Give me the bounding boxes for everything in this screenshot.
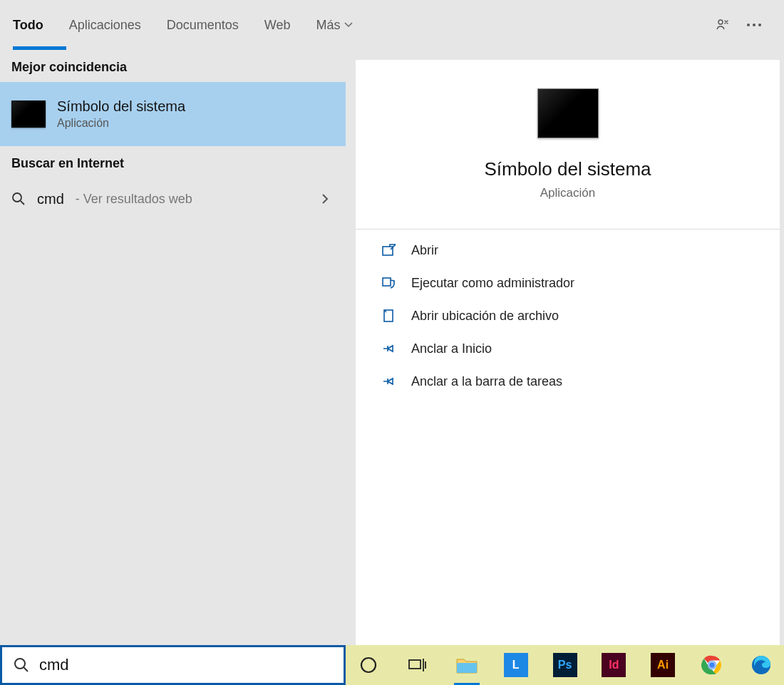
best-match-result[interactable]: Símbolo del sistema Aplicación	[0, 82, 346, 146]
feedback-icon[interactable]	[707, 9, 738, 41]
detail-app-icon	[537, 88, 599, 138]
pin-start-icon	[381, 342, 397, 355]
search-tabs: Todo Aplicaciones Documentos Web Más	[0, 0, 784, 50]
task-view-button[interactable]	[401, 648, 435, 682]
divider	[356, 229, 780, 230]
tab-all-label: Todo	[13, 18, 43, 33]
tab-docs-label: Documentos	[167, 18, 239, 33]
chevron-right-icon	[321, 193, 334, 205]
web-search-result[interactable]: cmd - Ver resultados web	[0, 178, 346, 220]
tab-more-label: Más	[316, 18, 340, 33]
result-subtitle: Aplicación	[57, 117, 185, 130]
search-icon	[11, 192, 26, 206]
svg-point-2	[753, 24, 755, 26]
action-pin-taskbar[interactable]: Anclar a la barra de tareas	[356, 365, 780, 398]
svg-rect-6	[383, 278, 391, 286]
action-pin-start-label: Anclar a Inicio	[411, 341, 492, 356]
app-l-tile: L	[504, 653, 528, 677]
action-pin-start[interactable]: Anclar a Inicio	[356, 332, 780, 365]
tab-apps[interactable]: Aplicaciones	[56, 0, 154, 50]
action-run-admin[interactable]: Ejecutar como administrador	[356, 267, 780, 299]
action-open-label: Abrir	[411, 243, 438, 258]
detail-title: Símbolo del sistema	[484, 158, 651, 180]
detail-subtitle: Aplicación	[540, 186, 596, 200]
web-search-header: Buscar en Internet	[0, 146, 346, 178]
tab-web-label: Web	[264, 18, 291, 33]
indesign-tile: Id	[602, 653, 626, 677]
tab-web[interactable]: Web	[252, 0, 304, 50]
svg-rect-11	[457, 663, 477, 673]
web-result-hint: - Ver resultados web	[76, 192, 192, 207]
best-match-header: Mejor coincidencia	[0, 50, 346, 82]
app-l-button[interactable]: L	[498, 648, 533, 682]
search-icon	[14, 657, 29, 673]
chrome-button[interactable]	[694, 648, 729, 682]
search-input[interactable]	[39, 656, 336, 674]
svg-point-15	[709, 662, 715, 668]
tab-all[interactable]: Todo	[0, 0, 56, 50]
action-open[interactable]: Abrir	[356, 234, 780, 267]
action-open-location-label: Abrir ubicación de archivo	[411, 309, 559, 324]
taskbar: L Ps Id Ai	[346, 645, 784, 685]
detail-pane: Símbolo del sistema Aplicación Abrir Eje…	[356, 60, 780, 645]
pin-taskbar-icon	[381, 375, 397, 388]
indesign-button[interactable]: Id	[597, 648, 631, 682]
photoshop-button[interactable]: Ps	[547, 648, 582, 682]
folder-icon	[381, 309, 397, 323]
tab-docs[interactable]: Documentos	[154, 0, 252, 50]
svg-rect-10	[409, 660, 421, 669]
file-explorer-button[interactable]	[450, 648, 485, 682]
result-title: Símbolo del sistema	[57, 98, 185, 115]
svg-point-9	[361, 658, 376, 672]
open-icon	[381, 244, 397, 257]
illustrator-button[interactable]: Ai	[646, 648, 681, 682]
illustrator-tile: Ai	[651, 653, 675, 677]
results-pane: Mejor coincidencia Símbolo del sistema A…	[0, 50, 346, 645]
action-pin-taskbar-label: Anclar a la barra de tareas	[411, 374, 562, 389]
edge-button[interactable]	[743, 648, 778, 682]
chevron-down-icon	[344, 22, 353, 28]
svg-point-0	[718, 20, 723, 24]
svg-rect-5	[383, 247, 393, 255]
more-options-icon[interactable]	[738, 9, 770, 41]
search-box[interactable]	[0, 645, 346, 685]
svg-point-4	[13, 193, 21, 202]
web-result-term: cmd	[37, 191, 64, 207]
cmd-thumbnail-icon	[11, 101, 46, 128]
action-open-location[interactable]: Abrir ubicación de archivo	[356, 299, 780, 332]
shield-icon	[381, 276, 397, 290]
photoshop-tile: Ps	[553, 653, 577, 677]
action-run-admin-label: Ejecutar como administrador	[411, 276, 574, 291]
svg-point-1	[747, 24, 750, 26]
tab-more[interactable]: Más	[303, 0, 366, 50]
tab-apps-label: Aplicaciones	[69, 18, 141, 33]
cortana-button[interactable]	[351, 648, 386, 682]
detail-pane-wrap: Símbolo del sistema Aplicación Abrir Eje…	[346, 50, 784, 645]
svg-point-8	[15, 659, 25, 669]
svg-point-3	[758, 24, 761, 26]
